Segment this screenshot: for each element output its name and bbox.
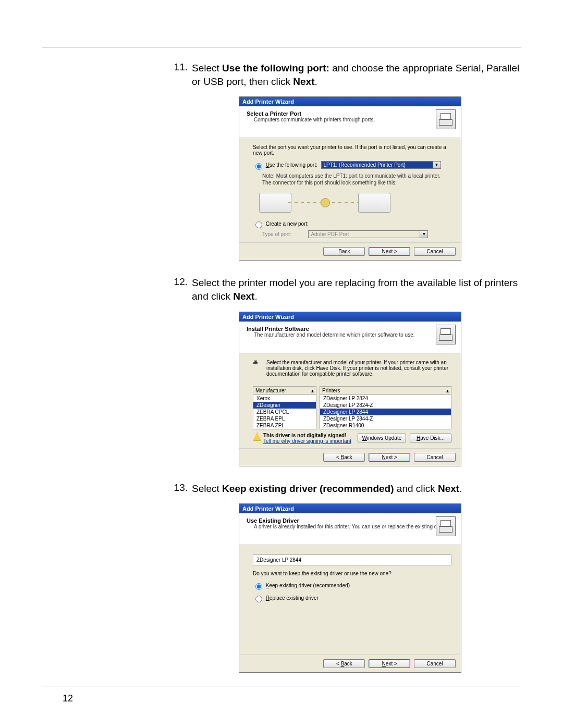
warning-icon bbox=[253, 433, 261, 441]
list-item[interactable]: ZDesigner LP 2844 bbox=[320, 409, 451, 415]
driver-warning: This driver is not digitally signed! bbox=[263, 433, 346, 438]
list-item[interactable]: ZDesigner R1400 bbox=[320, 422, 451, 429]
step-12: 12. Select the printer model you are rep… bbox=[63, 276, 521, 303]
dialog-title: Add Printer Wizard bbox=[239, 504, 461, 513]
printer-icon bbox=[436, 325, 456, 344]
windows-update-button[interactable]: Windows Update bbox=[358, 434, 407, 442]
list-item[interactable]: ZDesigner LP 2824-Z bbox=[320, 402, 451, 409]
port-type-dropdown: Adobe PDF Port▾ bbox=[308, 230, 428, 238]
step-11: 11. Select Use the following port: and c… bbox=[63, 61, 521, 88]
printer-small-icon bbox=[358, 193, 390, 213]
dialog-heading: Select a Printer Port bbox=[244, 110, 456, 117]
type-of-port-label: Type of port: bbox=[262, 231, 291, 237]
port-note-2: The connector for this port should look … bbox=[262, 180, 451, 186]
list-item[interactable]: ZEBRA ZPL bbox=[253, 422, 316, 429]
step-text: Select Use the following port: and choos… bbox=[192, 61, 521, 88]
driver-question: Do you want to keep the existing driver … bbox=[253, 571, 451, 576]
keep-driver-radio[interactable] bbox=[255, 583, 262, 590]
dialog-heading: Use Existing Driver bbox=[244, 517, 456, 524]
top-rule bbox=[42, 47, 521, 47]
scroll-up-icon: ▴ bbox=[311, 388, 314, 393]
dialog-subheading: The manufacturer and model determine whi… bbox=[244, 332, 456, 338]
driver-signing-link[interactable]: Tell me why driver signing is important bbox=[263, 438, 351, 444]
list-item[interactable]: ZDesigner LP 2844-Z bbox=[320, 415, 451, 422]
next-button[interactable]: Next > bbox=[369, 659, 410, 668]
next-button[interactable]: Next > bbox=[369, 453, 410, 462]
page-number: 12 bbox=[63, 693, 73, 704]
port-illustration bbox=[257, 189, 393, 217]
list-item[interactable]: ZEBRA EPL bbox=[253, 415, 316, 422]
back-button[interactable]: < Back bbox=[323, 659, 365, 668]
step-13: 13. Select Keep existing driver (recomme… bbox=[63, 482, 521, 496]
list-item[interactable]: ZEBRA CPCL bbox=[253, 409, 316, 415]
wizard-port-dialog: Add Printer Wizard Select a Printer Port… bbox=[239, 96, 460, 261]
wizard-existing-driver-dialog: Add Printer Wizard Use Existing Driver A… bbox=[239, 503, 460, 673]
list-item[interactable]: Xerox bbox=[253, 395, 316, 402]
step-text: Select Keep existing driver (recommended… bbox=[192, 482, 521, 496]
dialog-subheading: Computers communicate with printers thro… bbox=[244, 117, 456, 122]
chevron-down-icon: ▾ bbox=[420, 231, 427, 238]
back-button[interactable]: Back bbox=[323, 247, 365, 256]
cancel-button[interactable]: Cancel bbox=[414, 659, 456, 668]
dialog-title: Add Printer Wizard bbox=[239, 312, 461, 322]
dialog-heading: Install Printer Software bbox=[244, 326, 456, 332]
cancel-button[interactable]: Cancel bbox=[414, 453, 456, 462]
dialog-intro: Select the port you want your printer to… bbox=[253, 144, 451, 156]
manufacturer-list[interactable]: Manufacturer▴ Xerox ZDesigner ZEBRA CPCL… bbox=[253, 386, 316, 429]
dialog-intro: Select the manufacturer and model of you… bbox=[266, 360, 451, 377]
port-note-1: Note: Most computers use the LPT1: port … bbox=[262, 173, 451, 179]
list-item[interactable]: ZDesigner LP 2824 bbox=[320, 395, 451, 402]
back-button[interactable]: < Back bbox=[323, 453, 365, 462]
use-port-radio[interactable] bbox=[255, 163, 262, 170]
next-button[interactable]: Next > bbox=[369, 247, 410, 256]
list-item[interactable]: ZDesigner bbox=[253, 402, 316, 409]
printer-small-icon: 🖶 bbox=[253, 360, 266, 382]
printer-icon bbox=[436, 109, 456, 129]
printers-list[interactable]: Printers▴ ZDesigner LP 2824 ZDesigner LP… bbox=[320, 386, 451, 429]
step-number: 13. bbox=[63, 482, 192, 496]
dialog-subheading: A driver is already installed for this p… bbox=[244, 524, 456, 529]
step-text: Select the printer model you are replaci… bbox=[192, 276, 521, 303]
have-disk-button[interactable]: Have Disk... bbox=[410, 434, 451, 442]
step-number: 12. bbox=[63, 276, 192, 303]
scroll-up-icon: ▴ bbox=[446, 388, 449, 393]
computer-icon bbox=[259, 193, 291, 213]
connector-icon bbox=[321, 198, 330, 207]
printer-icon bbox=[436, 516, 456, 536]
dialog-title: Add Printer Wizard bbox=[239, 97, 461, 106]
cancel-button[interactable]: Cancel bbox=[414, 247, 456, 256]
driver-name: ZDesigner LP 2844 bbox=[253, 554, 451, 565]
wizard-software-dialog: Add Printer Wizard Install Printer Softw… bbox=[239, 312, 460, 466]
chevron-down-icon: ▾ bbox=[433, 162, 440, 168]
create-port-radio[interactable] bbox=[255, 221, 262, 228]
bottom-rule bbox=[42, 686, 521, 686]
replace-driver-radio[interactable] bbox=[255, 596, 262, 602]
step-number: 11. bbox=[63, 61, 192, 88]
port-dropdown[interactable]: LPT1: (Recommended Printer Port)▾ bbox=[321, 161, 441, 169]
